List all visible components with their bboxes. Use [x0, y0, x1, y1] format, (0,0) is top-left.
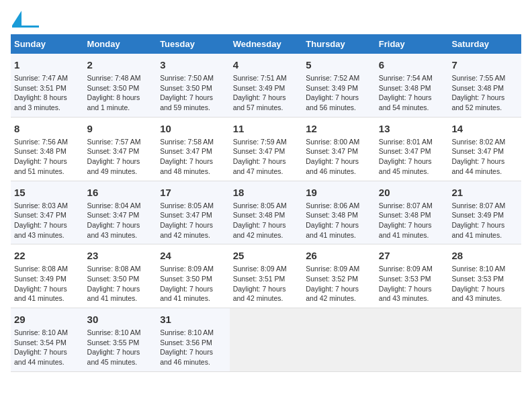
day-number: 21: [451, 185, 518, 199]
day-number: 17: [160, 185, 226, 199]
cell-details: Sunrise: 7:47 AMSunset: 3:51 PMDaylight:…: [14, 73, 81, 113]
week-row-1: 1Sunrise: 7:47 AMSunset: 3:51 PMDaylight…: [11, 54, 521, 117]
day-number: 24: [160, 248, 226, 263]
cell-details: Sunrise: 7:51 AMSunset: 3:49 PMDaylight:…: [233, 73, 300, 113]
cell-details: Sunrise: 8:06 AMSunset: 3:48 PMDaylight:…: [306, 201, 372, 240]
cell-details: Sunrise: 8:09 AMSunset: 3:53 PMDaylight:…: [379, 264, 445, 304]
day-cell: 16Sunrise: 8:04 AMSunset: 3:47 PMDayligh…: [84, 181, 157, 244]
day-number: 27: [379, 248, 445, 263]
cell-details: Sunrise: 7:58 AMSunset: 3:47 PMDaylight:…: [160, 137, 226, 177]
day-cell: 25Sunrise: 8:09 AMSunset: 3:51 PMDayligh…: [230, 244, 303, 308]
cell-details: Sunrise: 8:00 AMSunset: 3:47 PMDaylight:…: [306, 137, 372, 177]
day-cell: 10Sunrise: 7:58 AMSunset: 3:47 PMDayligh…: [157, 117, 230, 181]
day-cell: 3Sunrise: 7:50 AMSunset: 3:50 PMDaylight…: [157, 54, 230, 117]
week-row-4: 22Sunrise: 8:08 AMSunset: 3:49 PMDayligh…: [11, 244, 521, 308]
day-cell: 9Sunrise: 7:57 AMSunset: 3:47 PMDaylight…: [84, 117, 157, 181]
day-number: 20: [379, 185, 445, 199]
col-header-saturday: Saturday: [448, 34, 521, 54]
day-cell: 8Sunrise: 7:56 AMSunset: 3:48 PMDaylight…: [11, 117, 84, 181]
week-row-2: 8Sunrise: 7:56 AMSunset: 3:48 PMDaylight…: [11, 117, 521, 181]
day-cell: 6Sunrise: 7:54 AMSunset: 3:48 PMDaylight…: [375, 54, 449, 117]
day-number: 3: [160, 58, 226, 72]
day-cell: 29Sunrise: 8:10 AMSunset: 3:54 PMDayligh…: [11, 308, 84, 372]
day-cell: 24Sunrise: 8:09 AMSunset: 3:50 PMDayligh…: [157, 244, 230, 308]
cell-details: Sunrise: 8:09 AMSunset: 3:50 PMDaylight:…: [160, 264, 226, 304]
cell-details: Sunrise: 7:54 AMSunset: 3:48 PMDaylight:…: [379, 73, 445, 113]
day-number: 25: [233, 248, 300, 263]
day-cell: 4Sunrise: 7:51 AMSunset: 3:49 PMDaylight…: [230, 54, 303, 117]
day-number: 9: [87, 122, 154, 136]
day-cell: 20Sunrise: 8:07 AMSunset: 3:48 PMDayligh…: [375, 181, 449, 244]
day-number: 7: [451, 58, 518, 72]
cell-details: Sunrise: 8:08 AMSunset: 3:49 PMDaylight:…: [14, 264, 81, 304]
day-cell: 17Sunrise: 8:05 AMSunset: 3:47 PMDayligh…: [157, 181, 230, 244]
day-cell: 13Sunrise: 8:01 AMSunset: 3:47 PMDayligh…: [375, 117, 449, 181]
calendar-table: SundayMondayTuesdayWednesdayThursdayFrid…: [11, 34, 521, 372]
day-cell: 18Sunrise: 8:05 AMSunset: 3:48 PMDayligh…: [230, 181, 303, 244]
day-number: 14: [451, 122, 518, 136]
day-number: 16: [87, 185, 154, 199]
day-cell: 27Sunrise: 8:09 AMSunset: 3:53 PMDayligh…: [375, 244, 449, 308]
calendar-header-row: SundayMondayTuesdayWednesdayThursdayFrid…: [11, 34, 521, 54]
day-number: 23: [87, 248, 154, 263]
logo-underline: [12, 26, 39, 28]
col-header-wednesday: Wednesday: [230, 34, 303, 54]
cell-details: Sunrise: 7:50 AMSunset: 3:50 PMDaylight:…: [160, 73, 226, 113]
day-cell: 22Sunrise: 8:08 AMSunset: 3:49 PMDayligh…: [11, 244, 84, 308]
day-cell: 12Sunrise: 8:00 AMSunset: 3:47 PMDayligh…: [302, 117, 375, 181]
cell-details: Sunrise: 8:07 AMSunset: 3:49 PMDaylight:…: [451, 201, 518, 240]
cell-details: Sunrise: 8:07 AMSunset: 3:48 PMDaylight:…: [379, 201, 445, 240]
day-cell: 5Sunrise: 7:52 AMSunset: 3:49 PMDaylight…: [302, 54, 375, 117]
day-cell: [230, 308, 303, 372]
day-cell: 1Sunrise: 7:47 AMSunset: 3:51 PMDaylight…: [11, 54, 84, 117]
week-row-3: 15Sunrise: 8:03 AMSunset: 3:47 PMDayligh…: [11, 181, 521, 244]
cell-details: Sunrise: 8:08 AMSunset: 3:50 PMDaylight:…: [87, 264, 154, 304]
cell-details: Sunrise: 7:48 AMSunset: 3:50 PMDaylight:…: [87, 73, 154, 113]
cell-details: Sunrise: 8:10 AMSunset: 3:54 PMDaylight:…: [14, 328, 81, 367]
day-cell: 26Sunrise: 8:09 AMSunset: 3:52 PMDayligh…: [302, 244, 375, 308]
day-cell: 2Sunrise: 7:48 AMSunset: 3:50 PMDaylight…: [84, 54, 157, 117]
day-cell: 19Sunrise: 8:06 AMSunset: 3:48 PMDayligh…: [302, 181, 375, 244]
day-cell: 28Sunrise: 8:10 AMSunset: 3:53 PMDayligh…: [448, 244, 521, 308]
day-number: 31: [160, 312, 226, 326]
cell-details: Sunrise: 8:10 AMSunset: 3:53 PMDaylight:…: [451, 264, 518, 304]
day-number: 6: [379, 58, 445, 72]
day-cell: 21Sunrise: 8:07 AMSunset: 3:49 PMDayligh…: [448, 181, 521, 244]
day-number: 5: [306, 58, 372, 72]
cell-details: Sunrise: 8:03 AMSunset: 3:47 PMDaylight:…: [14, 201, 81, 240]
day-cell: [302, 308, 375, 372]
cell-details: Sunrise: 7:55 AMSunset: 3:48 PMDaylight:…: [451, 73, 518, 113]
day-cell: 11Sunrise: 7:59 AMSunset: 3:47 PMDayligh…: [230, 117, 303, 181]
day-number: 18: [233, 185, 300, 199]
cell-details: Sunrise: 8:09 AMSunset: 3:52 PMDaylight:…: [306, 264, 372, 304]
day-cell: 7Sunrise: 7:55 AMSunset: 3:48 PMDaylight…: [448, 54, 521, 117]
cell-details: Sunrise: 7:59 AMSunset: 3:47 PMDaylight:…: [233, 137, 300, 177]
cell-details: Sunrise: 7:56 AMSunset: 3:48 PMDaylight:…: [14, 137, 81, 177]
day-cell: 15Sunrise: 8:03 AMSunset: 3:47 PMDayligh…: [11, 181, 84, 244]
day-number: 11: [233, 122, 300, 136]
day-number: 2: [87, 58, 154, 72]
cell-details: Sunrise: 8:10 AMSunset: 3:56 PMDaylight:…: [160, 328, 226, 367]
day-cell: [448, 308, 521, 372]
day-number: 22: [14, 248, 81, 263]
day-number: 19: [306, 185, 372, 199]
day-number: 4: [233, 58, 300, 72]
week-row-5: 29Sunrise: 8:10 AMSunset: 3:54 PMDayligh…: [11, 308, 521, 372]
day-cell: 30Sunrise: 8:10 AMSunset: 3:55 PMDayligh…: [84, 308, 157, 372]
logo-triangle-icon: [12, 11, 21, 26]
cell-details: Sunrise: 8:09 AMSunset: 3:51 PMDaylight:…: [233, 264, 300, 304]
day-number: 26: [306, 248, 372, 263]
cell-details: Sunrise: 8:02 AMSunset: 3:47 PMDaylight:…: [451, 137, 518, 177]
col-header-friday: Friday: [375, 34, 449, 54]
day-number: 13: [379, 122, 445, 136]
cell-details: Sunrise: 7:57 AMSunset: 3:47 PMDaylight:…: [87, 137, 154, 177]
cell-details: Sunrise: 8:04 AMSunset: 3:47 PMDaylight:…: [87, 201, 154, 240]
day-number: 15: [14, 185, 81, 199]
day-cell: 31Sunrise: 8:10 AMSunset: 3:56 PMDayligh…: [157, 308, 230, 372]
day-cell: 14Sunrise: 8:02 AMSunset: 3:47 PMDayligh…: [448, 117, 521, 181]
logo: [11, 11, 39, 28]
col-header-thursday: Thursday: [302, 34, 375, 54]
header: [11, 11, 521, 28]
cell-details: Sunrise: 7:52 AMSunset: 3:49 PMDaylight:…: [306, 73, 372, 113]
col-header-tuesday: Tuesday: [157, 34, 230, 54]
